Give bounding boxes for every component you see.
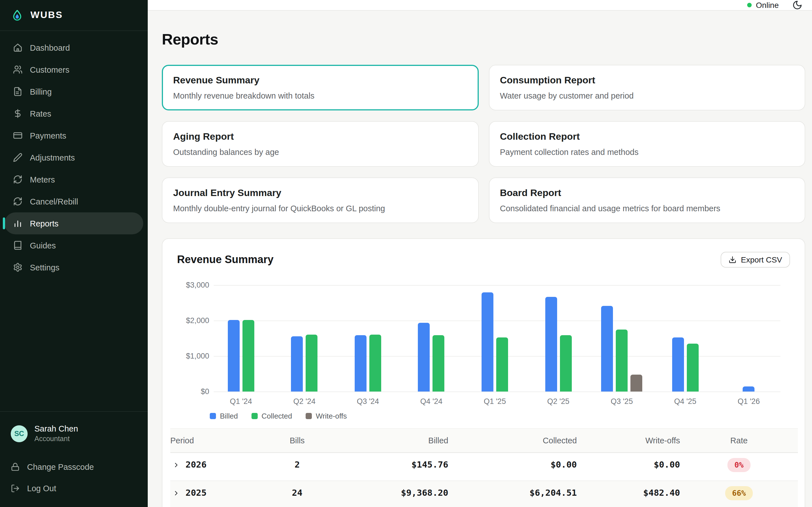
users-icon <box>13 65 22 74</box>
sidebar-item-customers[interactable]: Customers <box>4 59 143 80</box>
y-axis-label: $2,000 <box>186 316 209 325</box>
revenue-bar-chart: $0$1,000$2,000$3,000 <box>162 285 805 392</box>
sidebar-item-label: Cancel/Rebill <box>30 197 78 206</box>
sidebar-item-payments[interactable]: Payments <box>4 124 143 147</box>
sidebar-item-label: Reports <box>30 219 59 228</box>
bar-billed-q2-24 <box>291 336 303 392</box>
chevron-right-icon[interactable] <box>172 490 180 497</box>
legend-swatch-icon <box>210 413 216 419</box>
report-card-collection-report[interactable]: Collection ReportPayment collection rate… <box>489 121 805 167</box>
change-passcode-button[interactable]: Change Passcode <box>11 456 137 478</box>
bar-billed-q1-24 <box>228 320 240 392</box>
bar-collected-q2-25 <box>560 335 571 392</box>
report-card-description: Consolidated financial and usage metrics… <box>500 204 794 213</box>
bills-value: 24 <box>249 489 345 507</box>
table-row-2026[interactable]: 20262$145.76$0.00$0.000% <box>170 453 798 481</box>
gear-icon <box>13 263 22 272</box>
bar-billed-q4-25 <box>672 337 684 392</box>
report-cards-grid: Revenue SummaryMonthly revenue breakdown… <box>162 65 805 223</box>
log-out-label: Log Out <box>27 484 56 493</box>
billed-value: $9,368.20 <box>345 489 448 507</box>
sidebar-item-label: Adjustments <box>30 153 75 162</box>
log-out-button[interactable]: Log Out <box>11 478 137 499</box>
sidebar: WUBS DashboardCustomersBillingRatesPayme… <box>0 0 148 507</box>
collected-value: $6,204.51 <box>448 489 577 507</box>
bar-billed-q3-25 <box>601 306 613 392</box>
user-profile[interactable]: SC Sarah Chen Accountant <box>11 424 137 443</box>
rate-badge: 0% <box>728 458 751 472</box>
x-axis-label: Q3 '24 <box>336 397 400 406</box>
report-card-revenue-summary[interactable]: Revenue SummaryMonthly revenue breakdown… <box>162 65 478 110</box>
page-title: Reports <box>162 31 805 48</box>
report-card-journal-entry-summary[interactable]: Journal Entry SummaryMonthly double-entr… <box>162 177 478 223</box>
bar-group-q3-25 <box>590 285 654 392</box>
bar-collected-q4-25 <box>687 344 698 392</box>
legend-billed: Billed <box>210 412 238 420</box>
report-card-title: Aging Report <box>173 131 467 143</box>
x-axis-label: Q2 '25 <box>527 397 590 406</box>
sidebar-item-label: Rates <box>30 109 51 118</box>
sidebar-item-label: Guides <box>30 241 56 250</box>
content: Reports Revenue SummaryMonthly revenue b… <box>148 11 812 507</box>
download-icon <box>728 256 737 264</box>
app-title: WUBS <box>31 10 63 21</box>
panel-title: Revenue Summary <box>177 253 273 266</box>
lock-icon <box>11 462 20 471</box>
app-window: WUBS DashboardCustomersBillingRatesPayme… <box>0 0 812 507</box>
y-axis-label: $3,000 <box>186 281 209 289</box>
home-icon <box>13 43 22 52</box>
bar-collected-q2-24 <box>306 335 318 392</box>
refresh-icon <box>13 175 22 184</box>
chevron-right-icon[interactable] <box>172 461 180 469</box>
bar-billed-q3-24 <box>355 335 366 392</box>
x-axis-label: Q2 '24 <box>273 397 336 406</box>
bar-collected-q3-25 <box>616 330 627 392</box>
refresh-icon <box>13 196 22 206</box>
x-axis: Q1 '24Q2 '24Q3 '24Q4 '24Q1 '25Q2 '25Q3 '… <box>209 397 780 406</box>
sidebar-item-dashboard[interactable]: Dashboard <box>4 37 143 59</box>
panel-header: Revenue Summary Export CSV <box>162 239 805 268</box>
legend-collected: Collected <box>252 412 292 420</box>
table-header: Period Bills Billed Collected Write-offs… <box>170 428 798 453</box>
bar-collected-q1-24 <box>243 320 254 392</box>
dark-mode-toggle[interactable] <box>792 0 802 10</box>
sidebar-item-rates[interactable]: Rates <box>4 103 143 124</box>
sidebar-item-cancel-rebill[interactable]: Cancel/Rebill <box>4 190 143 212</box>
x-axis-label: Q4 '25 <box>654 397 717 406</box>
status-indicator: Online <box>747 1 779 10</box>
sidebar-item-meters[interactable]: Meters <box>4 168 143 190</box>
sidebar-item-billing[interactable]: Billing <box>4 80 143 103</box>
water-drop-icon <box>11 9 24 22</box>
x-axis-label: Q1 '26 <box>717 397 780 406</box>
export-csv-button[interactable]: Export CSV <box>721 252 790 268</box>
bar-billed-q4-24 <box>418 323 430 392</box>
report-card-description: Monthly double-entry journal for QuickBo… <box>173 204 467 213</box>
sidebar-item-guides[interactable]: Guides <box>4 234 143 256</box>
bar-collected-q3-24 <box>369 335 381 392</box>
col-rate: Rate <box>680 436 798 445</box>
sidebar-item-label: Dashboard <box>30 43 70 52</box>
table-row-2025[interactable]: 202524$9,368.20$6,204.51$482.4066% <box>170 481 798 507</box>
col-billed: Billed <box>345 436 448 445</box>
online-dot-icon <box>747 3 751 7</box>
x-axis-label: Q1 '25 <box>463 397 527 406</box>
avatar: SC <box>11 425 28 442</box>
moon-icon <box>792 0 802 10</box>
report-card-description: Monthly revenue breakdown with totals <box>173 91 467 100</box>
sidebar-item-settings[interactable]: Settings <box>4 256 143 278</box>
sidebar-nav: DashboardCustomersBillingRatesPaymentsAd… <box>0 31 148 411</box>
sidebar-item-adjustments[interactable]: Adjustments <box>4 147 143 168</box>
bar-collected-q1-25 <box>496 337 508 392</box>
report-card-board-report[interactable]: Board ReportConsolidated financial and u… <box>489 177 805 223</box>
rate-badge: 66% <box>725 486 753 500</box>
report-card-aging-report[interactable]: Aging ReportOutstanding balances by age <box>162 121 478 167</box>
topbar: Online <box>148 0 812 11</box>
bar-group-q2-25 <box>527 285 590 392</box>
bar-group-q3-24 <box>336 285 400 392</box>
y-axis: $0$1,000$2,000$3,000 <box>177 285 209 392</box>
report-card-consumption-report[interactable]: Consumption ReportWater usage by custome… <box>489 65 805 110</box>
revenue-table: Period Bills Billed Collected Write-offs… <box>170 428 798 507</box>
report-card-title: Consumption Report <box>500 75 794 86</box>
period-value: 2025 <box>186 489 207 498</box>
sidebar-item-reports[interactable]: Reports <box>4 212 143 234</box>
